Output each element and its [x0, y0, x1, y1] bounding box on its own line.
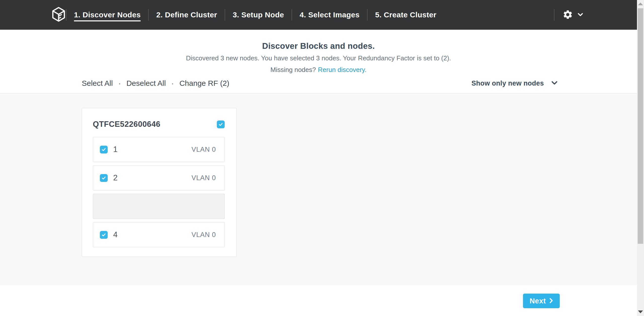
nav-step-3[interactable]: 3. Setup Node [225, 0, 292, 30]
top-navbar: 1. Discover Nodes2. Define Cluster3. Set… [0, 0, 644, 30]
next-button[interactable]: Next [523, 294, 560, 308]
select-all-link[interactable]: Select All [82, 79, 113, 88]
nodes-content-area: QTFCE522600646 1VLAN 02VLAN 04VLAN 0 [0, 94, 637, 285]
page-header: Discover Blocks and nodes. Discovered 3 … [0, 30, 637, 94]
node-position: 4 [113, 230, 117, 239]
page-title: Discover Blocks and nodes. [0, 41, 637, 51]
chevron-right-icon [549, 297, 553, 305]
gear-icon [562, 9, 573, 21]
nav-step-5[interactable]: 5. Create Cluster [368, 0, 444, 30]
dot-separator: · [118, 79, 121, 88]
block-header: QTFCE522600646 [93, 120, 225, 129]
node-position: 2 [113, 173, 117, 182]
node-row[interactable]: 2VLAN 0 [93, 165, 225, 190]
filter-label: Show only new nodes [471, 80, 544, 87]
controls-row: Select All · Deselect All · Change RF (2… [79, 79, 557, 88]
nav-step-4[interactable]: 4. Select Images [292, 0, 367, 30]
block-card: QTFCE522600646 1VLAN 02VLAN 04VLAN 0 [82, 108, 237, 257]
scroll-up-arrow-icon[interactable] [638, 3, 643, 5]
foundation-logo [52, 7, 65, 22]
change-rf-link[interactable]: Change RF (2) [179, 79, 229, 88]
app-window: 1. Discover Nodes2. Define Cluster3. Set… [0, 0, 644, 316]
discovery-summary: Discovered 3 new nodes. You have selecte… [0, 54, 637, 62]
missing-nodes-label: Missing nodes? [270, 66, 316, 73]
next-button-label: Next [530, 297, 546, 305]
wizard-steps: 1. Discover Nodes2. Define Cluster3. Set… [66, 0, 444, 30]
node-vlan-label: VLAN 0 [191, 174, 216, 182]
block-checkbox[interactable] [217, 121, 225, 128]
show-only-new-nodes-dropdown[interactable]: Show only new nodes [471, 80, 557, 87]
node-row[interactable]: 4VLAN 0 [93, 222, 225, 247]
node-checkbox[interactable] [100, 146, 108, 153]
scroll-down-arrow-icon[interactable] [638, 310, 643, 313]
empty-node-slot [93, 194, 225, 219]
node-row[interactable]: 1VLAN 0 [93, 137, 225, 162]
node-position: 1 [113, 145, 117, 154]
selection-actions: Select All · Deselect All · Change RF (2… [82, 79, 229, 88]
node-list: 1VLAN 02VLAN 04VLAN 0 [93, 137, 225, 247]
nav-step-2[interactable]: 2. Define Cluster [149, 0, 225, 30]
dot-separator: · [171, 79, 174, 88]
node-vlan-label: VLAN 0 [191, 231, 216, 239]
cube-wireframe-logo-icon [52, 7, 65, 23]
missing-nodes-row: Missing nodes?Rerun discovery. [0, 66, 637, 74]
chevron-down-icon [551, 81, 557, 86]
vertical-scrollbar[interactable] [637, 0, 644, 316]
rerun-discovery-link[interactable]: Rerun discovery. [318, 66, 367, 73]
chevron-down-icon [578, 13, 583, 17]
settings-menu-button[interactable] [554, 9, 583, 21]
nav-step-1[interactable]: 1. Discover Nodes [66, 0, 148, 30]
deselect-all-link[interactable]: Deselect All [126, 79, 166, 88]
node-checkbox[interactable] [100, 174, 108, 182]
scrollbar-thumb[interactable] [638, 8, 643, 244]
node-checkbox[interactable] [100, 231, 108, 239]
node-vlan-label: VLAN 0 [191, 146, 216, 153]
block-serial: QTFCE522600646 [93, 120, 160, 129]
navbar-right [554, 0, 644, 30]
footer: Next [0, 285, 637, 316]
